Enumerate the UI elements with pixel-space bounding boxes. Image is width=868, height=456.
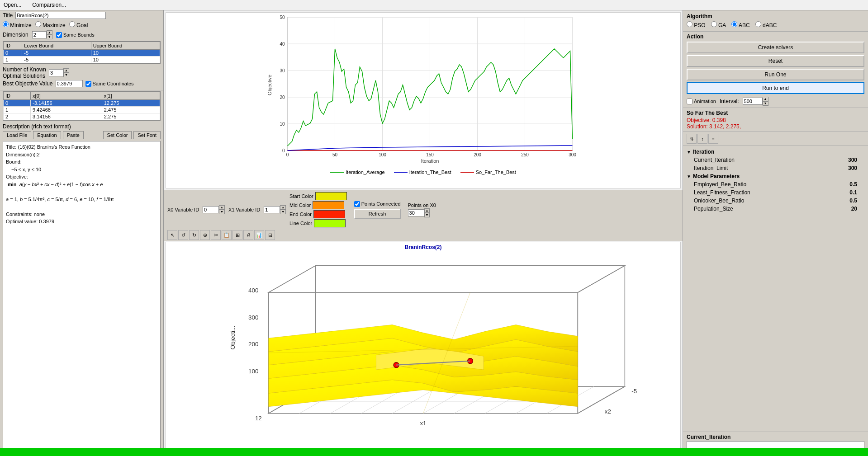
dimension-input[interactable] <box>32 31 47 38</box>
interval-input[interactable] <box>743 98 763 105</box>
tool-zoom[interactable]: ⊕ <box>200 230 210 240</box>
bounds-table: ID Lower Bound Upper Bound 0-5101-510 <box>3 42 160 63</box>
x1-spinner-btns[interactable]: ▲ ▼ <box>280 205 286 214</box>
start-color-swatch[interactable] <box>315 192 347 200</box>
x1-down[interactable]: ▼ <box>280 210 286 214</box>
abc-radio[interactable] <box>731 21 737 27</box>
solutions-input[interactable] <box>49 69 63 76</box>
pso-label[interactable]: PSO <box>687 21 706 28</box>
desc-optimal: Optimal value: 0.3979 <box>6 218 157 226</box>
same-coords-check[interactable] <box>85 81 91 87</box>
maximize-radio[interactable] <box>35 21 41 27</box>
opt-row[interactable]: 0-3.1415612.275 <box>4 100 160 107</box>
tool-undo[interactable]: ↺ <box>178 230 188 240</box>
tool-grid[interactable]: ⊞ <box>232 230 242 240</box>
right-icon-sort[interactable]: ⇅ <box>687 134 697 144</box>
right-icon-list[interactable]: ≡ <box>708 134 718 144</box>
x0-spinner-btns[interactable]: ▲ ▼ <box>219 205 225 214</box>
sol-up[interactable]: ▲ <box>63 68 69 73</box>
legend-best: Iteration_The_Best <box>394 169 451 175</box>
animation-check[interactable] <box>687 99 693 104</box>
dim-down[interactable]: ▼ <box>47 35 52 39</box>
ga-label[interactable]: GA <box>711 21 726 28</box>
icon-toolbar: ↖ ↺ ↻ ⊕ ✂ 📋 ⊞ 🖨 📊 ⊟ <box>164 229 683 241</box>
refresh-btn[interactable]: Refresh <box>354 209 401 219</box>
tool-print[interactable]: 🖨 <box>243 230 253 240</box>
title-input[interactable] <box>15 12 106 19</box>
menu-open[interactable]: Open... <box>2 1 23 9</box>
px0-up[interactable]: ▲ <box>424 208 430 213</box>
tool-cut[interactable]: ✂ <box>211 230 221 240</box>
opt-row[interactable]: 23.141562.275 <box>4 113 160 120</box>
desc-title: Title: (16)(02) Branins's Rcos Function <box>6 143 157 151</box>
right-icon-filter[interactable]: ↕ <box>697 134 707 144</box>
set-font-btn[interactable]: Set Font <box>133 131 161 139</box>
interval-up[interactable]: ▲ <box>763 97 768 101</box>
run-one-btn[interactable]: Run One <box>687 69 864 80</box>
goal-radio[interactable] <box>69 21 75 27</box>
x1-var-input[interactable] <box>264 206 280 213</box>
tool-select[interactable]: ↖ <box>167 230 177 240</box>
sol-down[interactable]: ▼ <box>63 73 69 77</box>
tool-redo[interactable]: ↻ <box>189 230 199 240</box>
paste-btn[interactable]: Paste <box>63 131 84 139</box>
reset-btn[interactable]: Reset <box>687 55 864 67</box>
points-x0-input[interactable] <box>408 209 424 216</box>
x0-var-spinner[interactable]: ▲ ▼ <box>203 205 225 214</box>
maximize-radio-label[interactable]: Maximize <box>35 21 66 28</box>
x0-down[interactable]: ▼ <box>219 210 225 214</box>
pso-radio[interactable] <box>687 21 693 27</box>
minimize-radio[interactable] <box>3 21 9 27</box>
points-connected-check[interactable] <box>354 201 360 207</box>
svg-text:150: 150 <box>426 152 434 157</box>
px0-down[interactable]: ▼ <box>424 213 430 217</box>
goal-radio-label[interactable]: Goal <box>69 21 88 28</box>
opt-table: ID x[0] x[1] 0-3.1415612.27519.424682.47… <box>3 92 160 120</box>
interval-down[interactable]: ▼ <box>763 101 768 106</box>
dimension-spinner-btns[interactable]: ▲ ▼ <box>47 30 52 39</box>
tool-copy[interactable]: 📋 <box>222 230 232 240</box>
tree-model-header[interactable]: ▼ Model Parameters <box>683 172 868 180</box>
points-x0-spinner[interactable]: ▲ ▼ <box>408 208 436 217</box>
tree-current-iter-val: 300 <box>848 157 857 163</box>
equation-btn[interactable]: Equation <box>33 131 61 139</box>
solutions-spinner[interactable]: ▲ ▼ <box>49 68 69 77</box>
tree-iteration-header[interactable]: ▼ Iteration <box>683 148 868 156</box>
tool-chart[interactable]: 📊 <box>254 230 264 240</box>
dim-up[interactable]: ▲ <box>47 30 52 35</box>
same-coords-label[interactable]: Same Coordinates <box>85 81 134 87</box>
line-color-swatch[interactable] <box>314 219 346 227</box>
x1-up[interactable]: ▲ <box>280 205 286 210</box>
dabc-radio[interactable] <box>755 21 761 27</box>
px0-spinner-btns[interactable]: ▲ ▼ <box>424 208 430 217</box>
end-color-label: End Color <box>289 212 312 217</box>
best-obj-input[interactable] <box>56 80 83 87</box>
dimension-spinner[interactable]: ▲ ▼ <box>32 30 52 39</box>
create-solvers-btn[interactable]: Create solvers <box>687 42 864 53</box>
opt-row[interactable]: 19.424682.475 <box>4 107 160 113</box>
dabc-label[interactable]: dABC <box>755 21 777 28</box>
run-to-end-btn[interactable]: Run to end <box>687 82 864 94</box>
x0-up[interactable]: ▲ <box>219 205 225 210</box>
set-color-btn[interactable]: Set Color <box>103 131 132 139</box>
interval-spinner[interactable]: ▲ ▼ <box>743 97 768 106</box>
tool-minus[interactable]: ⊟ <box>265 230 275 240</box>
animation-label[interactable]: Animation <box>687 99 716 104</box>
solutions-spinner-btns[interactable]: ▲ ▼ <box>63 68 69 77</box>
interval-spinner-btns[interactable]: ▲ ▼ <box>763 97 768 106</box>
x0-var-input[interactable] <box>203 206 219 213</box>
ga-radio[interactable] <box>711 21 717 27</box>
bounds-row[interactable]: 1-510 <box>4 56 160 63</box>
abc-label[interactable]: ABC <box>731 21 749 28</box>
same-bounds-label[interactable]: Same Bounds <box>56 32 95 38</box>
points-connected-label[interactable]: Points Connected <box>354 201 401 207</box>
mid-color-swatch[interactable] <box>313 201 344 209</box>
tree-model-param: Onlooker_Bee_Ratio0.5 <box>683 197 868 205</box>
load-file-btn[interactable]: Load File <box>3 131 31 139</box>
menu-comparison[interactable]: Comparsion... <box>30 1 68 9</box>
x1-var-spinner[interactable]: ▲ ▼ <box>264 205 286 214</box>
minimize-radio-label[interactable]: Minimize <box>3 21 32 28</box>
bounds-row[interactable]: 0-510 <box>4 50 160 56</box>
end-color-swatch[interactable] <box>313 210 345 218</box>
same-bounds-check[interactable] <box>56 32 62 38</box>
